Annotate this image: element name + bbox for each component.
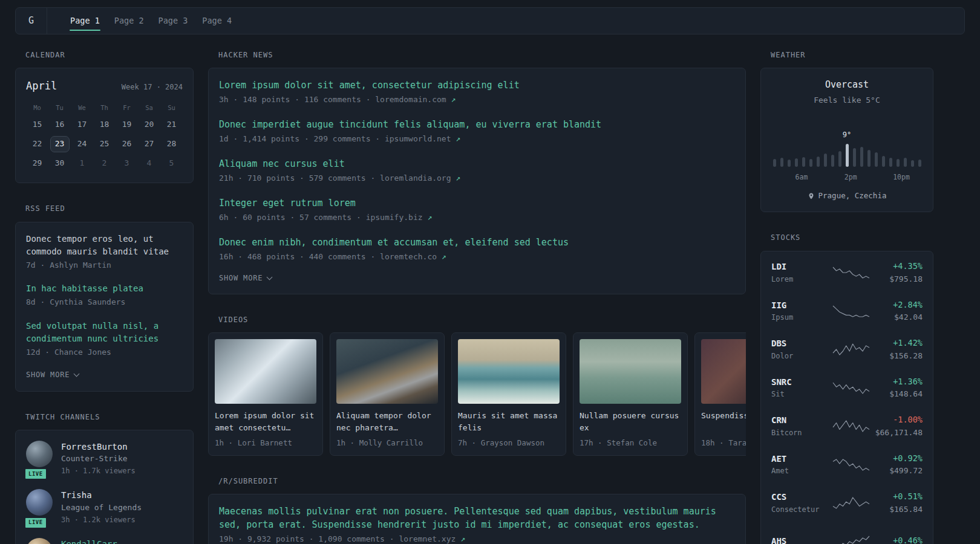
- reddit-post-link[interactable]: Maecenas mollis pulvinar erat non posuer…: [219, 505, 735, 531]
- video-title[interactable]: Lorem ipsum dolor sit amet consectetu…: [215, 410, 316, 434]
- channel-viewers: 1h · 1.7k viewers: [61, 466, 136, 476]
- channel-category[interactable]: Counter-Strike: [61, 453, 136, 465]
- weather-condition: Overcast: [771, 79, 923, 92]
- stock-values: +1.42% $156.28: [871, 337, 923, 361]
- stock-row[interactable]: AET Amet +0.92% $499.72: [771, 445, 923, 484]
- hn-story-meta: 3h · 148 points · 116 comments · loremdo…: [219, 94, 735, 106]
- rss-widget-title: RSS FEED: [25, 204, 194, 214]
- chevron-down-icon: [267, 274, 273, 280]
- hn-domain-link[interactable]: ipsumworld.net ↗: [385, 134, 460, 143]
- video-card[interactable]: Suspendisse diam 18h · Tara: [694, 332, 746, 455]
- channel-name[interactable]: ForrestBurton: [61, 441, 136, 453]
- video-thumbnail[interactable]: [458, 339, 560, 404]
- twitch-channel-row[interactable]: LIVE Trisha League of Legends 3h · 1.2k …: [26, 489, 183, 525]
- tab-page-1[interactable]: Page 1: [63, 8, 107, 34]
- weather-bar: [817, 157, 820, 167]
- hn-story-meta: 16h · 468 points · 440 comments · loremt…: [219, 251, 735, 263]
- channel-avatar-wrap: LIVE: [26, 538, 53, 544]
- stock-change: +4.35%: [871, 261, 923, 273]
- hn-story-link[interactable]: Lorem ipsum dolor sit amet, consectetur …: [219, 79, 735, 92]
- rss-item-link[interactable]: Sed volutpat nulla nisl, a condimentum n…: [26, 320, 183, 345]
- video-card[interactable]: Lorem ipsum dolor sit amet consectetu… 1…: [208, 332, 323, 455]
- stock-row[interactable]: LDI Lorem +4.35% $795.18: [771, 254, 923, 293]
- stock-price: $42.04: [871, 312, 923, 323]
- rss-show-more-button[interactable]: SHOW MORE: [26, 370, 183, 380]
- rss-item-meta: 8d · Cynthia Saunders: [26, 297, 183, 308]
- top-navigation-bar: G Page 1 Page 2 Page 3 Page 4: [15, 7, 965, 34]
- video-thumbnail[interactable]: [701, 339, 746, 404]
- video-title[interactable]: Aliquam tempor dolor nec pharetra…: [336, 410, 438, 434]
- tab-page-2[interactable]: Page 2: [107, 8, 151, 34]
- stock-identity: AET Amet: [771, 453, 832, 477]
- channel-avatar: [26, 441, 53, 467]
- stock-row[interactable]: DBS Dolor +1.42% $156.28: [771, 331, 923, 369]
- stock-row[interactable]: SNRC Sit +1.36% $148.64: [771, 369, 923, 407]
- live-badge: LIVE: [24, 516, 48, 529]
- weather-feels-like: Feels like 5°C: [771, 95, 923, 106]
- hn-story: Integer eget rutrum lorem 6h · 60 points…: [219, 196, 735, 224]
- current-temp-label: 9°: [843, 130, 851, 140]
- hackernews-widget-title: HACKER NEWS: [218, 50, 746, 60]
- tab-page-4[interactable]: Page 4: [195, 8, 239, 34]
- tab-page-3[interactable]: Page 3: [151, 8, 195, 34]
- weekday-label: Tu: [48, 103, 71, 112]
- twitch-channel-row[interactable]: LIVE KendallCarr: [26, 538, 183, 544]
- stock-name: Dolor: [771, 351, 832, 361]
- hn-story-link[interactable]: Donec imperdiet augue tincidunt felis al…: [219, 118, 735, 131]
- hn-domain-link[interactable]: loremlandia.org ↗: [380, 173, 460, 183]
- stock-identity: IIG Ipsum: [771, 299, 832, 323]
- videos-row: Lorem ipsum dolor sit amet consectetu… 1…: [208, 332, 746, 455]
- weather-bar: [831, 155, 834, 167]
- video-meta: 1h · Molly Carrillo: [336, 438, 438, 448]
- rss-item-link[interactable]: In hac habitasse platea: [26, 282, 183, 295]
- stock-row[interactable]: AHS +0.46%: [771, 522, 923, 544]
- stock-row[interactable]: CRN Bitcorn -1.00% $66,171.48: [771, 407, 923, 446]
- rss-item: Donec tempor eros leo, ut commodo mauris…: [26, 233, 183, 271]
- weather-bar: [897, 159, 900, 167]
- stock-values: -1.00% $66,171.48: [871, 414, 923, 438]
- video-thumbnail[interactable]: [215, 339, 316, 404]
- video-card[interactable]: Nullam posuere cursus ex 17h · Stefan Co…: [573, 332, 688, 455]
- channel-avatar: [26, 538, 53, 544]
- subreddit-widget: /R/SUBREDDIT Maecenas mollis pulvinar er…: [208, 476, 746, 544]
- hn-show-more-button[interactable]: SHOW MORE: [219, 273, 735, 283]
- weekday-label: Su: [160, 103, 183, 112]
- twitch-channel-row[interactable]: LIVE ForrestBurton Counter-Strike 1h · 1…: [26, 441, 183, 477]
- app-logo[interactable]: G: [16, 8, 47, 34]
- hn-story-link[interactable]: Donec enim nibh, condimentum et accumsan…: [219, 236, 735, 249]
- hn-meta-text: 6h · 60 points · 57 comments ·: [219, 213, 366, 222]
- stock-values: +0.46%: [871, 535, 923, 544]
- stock-sparkline: [832, 534, 871, 544]
- weekday-label: Mo: [26, 103, 48, 112]
- stock-change: +2.84%: [871, 299, 923, 311]
- video-title[interactable]: Nullam posuere cursus ex: [580, 410, 681, 434]
- video-card[interactable]: Aliquam tempor dolor nec pharetra… 1h · …: [330, 332, 445, 455]
- stock-identity: LDI Lorem: [771, 261, 832, 285]
- hn-story-link[interactable]: Integer eget rutrum lorem: [219, 196, 735, 210]
- channel-name[interactable]: Trisha: [61, 489, 142, 501]
- stock-values: +1.36% $148.64: [871, 376, 923, 400]
- twitch-card: LIVE ForrestBurton Counter-Strike 1h · 1…: [15, 430, 194, 544]
- video-title[interactable]: Mauris sit amet massa felis: [458, 410, 560, 434]
- hn-story-link[interactable]: Aliquam nec cursus elit: [219, 157, 735, 170]
- hn-domain-link[interactable]: loremtech.co ↗: [380, 252, 446, 261]
- video-title[interactable]: Suspendisse diam: [701, 410, 746, 434]
- channel-category[interactable]: League of Legends: [61, 502, 142, 514]
- hn-domain-link[interactable]: ipsumify.biz ↗: [366, 213, 433, 222]
- external-link-icon: ↗: [451, 95, 456, 104]
- hn-meta-text: 3h · 148 points · 116 comments ·: [219, 95, 375, 104]
- channel-name[interactable]: KendallCarr: [61, 538, 117, 544]
- channel-info: KendallCarr: [61, 538, 117, 544]
- reddit-domain-link[interactable]: loremnet.xyz ↗: [399, 534, 465, 543]
- video-thumbnail[interactable]: [580, 339, 681, 404]
- stock-row[interactable]: CCS Consectetur +0.51% $165.84: [771, 484, 923, 523]
- video-card[interactable]: Mauris sit amet massa felis 7h · Grayson…: [451, 332, 566, 455]
- video-thumbnail[interactable]: [336, 339, 438, 404]
- weather-bar: [824, 154, 827, 167]
- calendar-day: 23: [48, 135, 71, 153]
- rss-item-link[interactable]: Donec tempor eros leo, ut commodo mauris…: [26, 233, 183, 258]
- calendar-day: 29: [26, 155, 48, 172]
- stock-sparkline: [832, 419, 871, 433]
- hn-domain-link[interactable]: loremdomain.com ↗: [375, 95, 456, 104]
- stock-row[interactable]: IIG Ipsum +2.84% $42.04: [771, 292, 923, 331]
